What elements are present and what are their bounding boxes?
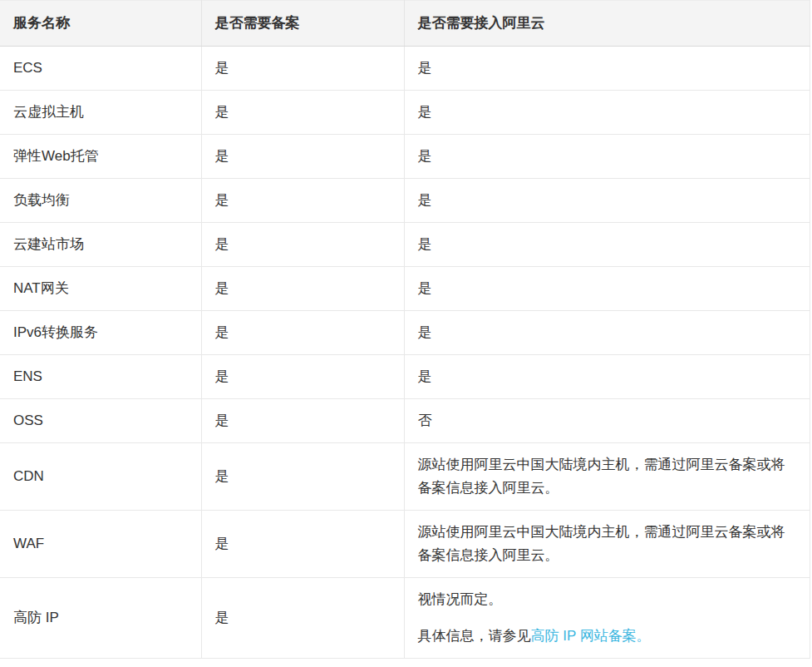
- beian-required-cell: 是: [201, 223, 404, 267]
- beian-required-cell: 是: [201, 47, 404, 91]
- beian-required-cell: 是: [201, 443, 404, 511]
- aliyun-access-cell: 否: [404, 399, 810, 443]
- beian-required-cell: 是: [201, 135, 404, 179]
- service-name-cell: 云建站市场: [0, 223, 201, 267]
- link-suffix: 。: [637, 628, 651, 644]
- table-row: CDN是源站使用阿里云中国大陆境内主机，需通过阿里云备案或将备案信息接入阿里云。: [0, 443, 810, 511]
- table-row: IPv6转换服务是是: [0, 311, 810, 355]
- aliyun-access-cell: 是: [404, 355, 810, 399]
- beian-required-cell: 是: [201, 399, 404, 443]
- table-row: OSS是否: [0, 399, 810, 443]
- service-name-cell: WAF: [0, 511, 201, 578]
- service-name-cell: 弹性Web托管: [0, 135, 201, 179]
- service-name-cell: 云虚拟主机: [0, 91, 201, 135]
- access-note-paragraph: 具体信息，请参见高防 IP 网站备案。: [418, 625, 797, 648]
- aliyun-access-cell: 是: [404, 91, 810, 135]
- column-header-beian-required: 是否需要备案: [201, 1, 404, 47]
- aliyun-access-cell: 是: [404, 311, 810, 355]
- aliyun-access-cell: 源站使用阿里云中国大陆境内主机，需通过阿里云备案或将备案信息接入阿里云。: [404, 443, 810, 511]
- aliyun-access-cell: 是: [404, 135, 810, 179]
- beian-required-cell: 是: [201, 267, 404, 311]
- column-header-service-name: 服务名称: [0, 1, 201, 47]
- aliyun-access-cell: 是: [404, 267, 810, 311]
- header-row: 服务名称 是否需要备案 是否需要接入阿里云: [0, 1, 810, 47]
- service-name-cell: ENS: [0, 355, 201, 399]
- aliyun-access-cell: 源站使用阿里云中国大陆境内主机，需通过阿里云备案或将备案信息接入阿里云。: [404, 511, 810, 578]
- beian-required-cell: 是: [201, 511, 404, 578]
- gaofang-ip-beian-link[interactable]: 高防 IP 网站备案: [531, 628, 637, 644]
- service-name-cell: NAT网关: [0, 267, 201, 311]
- beian-requirements-table: 服务名称 是否需要备案 是否需要接入阿里云 ECS是是云虚拟主机是是弹性Web托…: [0, 0, 810, 659]
- beian-required-cell: 是: [201, 578, 404, 659]
- service-name-cell: 高防 IP: [0, 578, 201, 659]
- column-header-aliyun-access: 是否需要接入阿里云: [404, 1, 810, 47]
- service-name-cell: ECS: [0, 47, 201, 91]
- aliyun-access-cell: 视情况而定。具体信息，请参见高防 IP 网站备案。: [404, 578, 810, 659]
- table-row: 高防 IP是视情况而定。具体信息，请参见高防 IP 网站备案。: [0, 578, 810, 659]
- access-note-paragraph: 视情况而定。: [418, 588, 797, 611]
- table-row: 云建站市场是是: [0, 223, 810, 267]
- table-row: ECS是是: [0, 47, 810, 91]
- beian-required-cell: 是: [201, 91, 404, 135]
- table-row: NAT网关是是: [0, 267, 810, 311]
- table-row: 云虚拟主机是是: [0, 91, 810, 135]
- service-name-cell: IPv6转换服务: [0, 311, 201, 355]
- service-name-cell: 负载均衡: [0, 179, 201, 223]
- service-name-cell: OSS: [0, 399, 201, 443]
- aliyun-access-cell: 是: [404, 47, 810, 91]
- table-row: 弹性Web托管是是: [0, 135, 810, 179]
- table-row: ENS是是: [0, 355, 810, 399]
- table-header: 服务名称 是否需要备案 是否需要接入阿里云: [0, 1, 810, 47]
- beian-required-cell: 是: [201, 355, 404, 399]
- table-body: ECS是是云虚拟主机是是弹性Web托管是是负载均衡是是云建站市场是是NAT网关是…: [0, 47, 810, 659]
- table-row: WAF是源站使用阿里云中国大陆境内主机，需通过阿里云备案或将备案信息接入阿里云。: [0, 511, 810, 578]
- table-row: 负载均衡是是: [0, 179, 810, 223]
- beian-required-cell: 是: [201, 179, 404, 223]
- documentation-page: 服务名称 是否需要备案 是否需要接入阿里云 ECS是是云虚拟主机是是弹性Web托…: [0, 0, 812, 667]
- beian-required-cell: 是: [201, 311, 404, 355]
- service-name-cell: CDN: [0, 443, 201, 511]
- aliyun-access-cell: 是: [404, 179, 810, 223]
- aliyun-access-cell: 是: [404, 223, 810, 267]
